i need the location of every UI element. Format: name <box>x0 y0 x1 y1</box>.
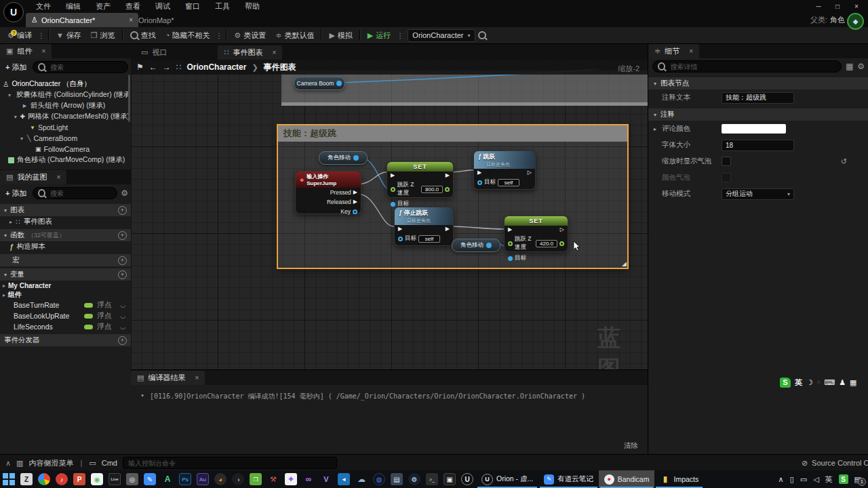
moon-icon[interactable]: ☽ <box>806 378 813 387</box>
taskbar-icon-axe[interactable]: ⚒ <box>264 470 282 488</box>
exec-in-pin[interactable]: ▶ <box>398 226 402 232</box>
taskbar-icon-unreal[interactable]: U <box>458 470 476 488</box>
profile-icon[interactable]: ♟ <box>839 378 846 387</box>
close-icon[interactable]: × <box>56 174 60 181</box>
hide-unrelated-button[interactable]: ◔ 隐藏不相关 <box>161 27 215 43</box>
comment-text-input[interactable] <box>722 92 794 104</box>
target-pin[interactable] <box>508 256 513 261</box>
menu-file[interactable]: 文件 <box>28 0 58 12</box>
font-size-input[interactable] <box>722 140 794 151</box>
section-variables[interactable]: ▾ 变量 + <box>0 268 131 281</box>
taskbar-icon-wechat[interactable]: ◉ <box>88 470 106 488</box>
clear-button[interactable]: 清除 <box>624 441 638 451</box>
tray-expand-icon[interactable]: ∧ <box>778 475 784 484</box>
node-input-superjump[interactable]: ◆ 输入操作 SuperJump Pressed▶ Released▶ Key <box>295 171 361 214</box>
add-blueprint-item-button[interactable]: +添加 <box>3 188 29 199</box>
taskbar-icon-notes-blue[interactable]: ✎ <box>141 470 159 488</box>
sogou-logo-icon[interactable]: S <box>780 378 791 388</box>
taskbar-icon-live[interactable]: Live <box>106 470 123 488</box>
keyboard-icon[interactable]: ⌨ <box>824 378 835 387</box>
close-icon[interactable]: × <box>272 49 276 56</box>
tree-item-arrow[interactable]: ► 箭头组件 (Arrow) (继承) <box>3 100 130 111</box>
add-graph-icon[interactable]: + <box>118 206 127 215</box>
exec-out-pin[interactable]: ▶ <box>446 173 450 178</box>
display-filter-icon[interactable]: ▦ <box>846 62 853 71</box>
details-search-input[interactable] <box>669 62 836 71</box>
display-icon[interactable]: ▭ <box>800 475 807 484</box>
exec-pin[interactable]: ▶ <box>353 199 357 205</box>
back-icon[interactable]: ← <box>149 62 157 72</box>
save-button[interactable]: ▼ 保存 <box>52 27 86 43</box>
source-control-status[interactable]: ⊘ Source Control Off <box>802 459 868 468</box>
exec-out-pin[interactable]: ▶ <box>446 226 450 232</box>
tree-item-mesh[interactable]: ▾ ✚ 网格体 (CharacterMesh0) (继承) <box>3 111 130 122</box>
add-function-icon[interactable]: + <box>118 231 127 240</box>
eye-closed-icon[interactable]: ◡ <box>120 312 125 319</box>
float-pin[interactable] <box>391 187 395 192</box>
node-stop-jumping[interactable]: ƒ 停止跳跃 目标是角色 ▶ ▶ 目标self <box>394 207 454 246</box>
volume-icon[interactable]: ◁ <box>813 475 818 484</box>
usb-device-icon[interactable]: ▯ <box>790 475 794 484</box>
chevron-down-icon[interactable]: ▾ <box>19 136 24 142</box>
chevron-right-icon[interactable]: ▸ <box>3 292 5 298</box>
taskbar-app-youdao[interactable]: ✎ 有道云笔记 <box>538 470 599 488</box>
event-graph-canvas[interactable]: Camera Boom 技能：超级跳 ◢ 角色移动 ◆ 输入操作 SuperJu… <box>131 60 648 369</box>
run-button[interactable]: ▶ 运行 <box>363 27 395 43</box>
float-pin[interactable] <box>508 241 513 246</box>
close-icon[interactable]: × <box>195 374 199 382</box>
maximize-button[interactable]: □ <box>830 3 845 10</box>
content-drawer-label[interactable]: 内容侧滑菜单 <box>28 458 73 468</box>
debug-search-icon[interactable] <box>478 31 486 39</box>
variable-baseturnrate[interactable]: BaseTurnRate 浮点 ◡ <box>0 300 131 310</box>
exec-in-pin[interactable]: ▶ <box>508 227 512 232</box>
output-pin[interactable] <box>486 243 492 248</box>
category-components[interactable]: ▸ 组件 <box>0 290 131 300</box>
tree-item-charmove[interactable]: 角色移动 (CharMoveComp) (继承) <box>3 155 130 165</box>
move-mode-dropdown[interactable]: 分组运动 ▾ <box>722 188 794 200</box>
section-functions[interactable]: ▾ 函数 （32可覆盖） + <box>0 229 131 241</box>
tab-details[interactable]: ≑ 细节 × <box>648 44 699 58</box>
menu-edit[interactable]: 编辑 <box>58 0 88 12</box>
tab-viewport[interactable]: ▭ 视口 <box>135 45 173 60</box>
chevron-down-icon[interactable]: ▾ <box>8 92 11 98</box>
blueprint-search[interactable] <box>33 187 117 199</box>
close-icon[interactable]: × <box>689 47 693 55</box>
float-out-pin[interactable] <box>445 187 450 192</box>
add-variable-icon[interactable]: + <box>118 270 127 279</box>
taskbar-icon-sphere[interactable]: ◑ <box>229 470 247 488</box>
taskbar-icon-purple-plus[interactable]: ✚ <box>282 470 300 488</box>
variable-node-charmove-2[interactable]: 角色移动 <box>452 239 500 252</box>
scrollbar[interactable] <box>128 75 130 122</box>
section-event-dispatchers[interactable]: 事件分发器 + <box>0 334 131 346</box>
item-event-graph[interactable]: ▸ ∷ 事件图表 <box>0 216 131 227</box>
exec-in-pin[interactable]: ▶ <box>391 173 395 178</box>
taskbar-icon-green-notes[interactable]: ❒ <box>247 470 264 488</box>
menu-asset[interactable]: 资产 <box>88 0 118 12</box>
sogou-tray-icon[interactable]: S <box>839 474 848 484</box>
target-pin[interactable] <box>398 237 403 241</box>
components-search[interactable] <box>33 61 128 73</box>
breadcrumb-root[interactable]: OrionCharacter <box>186 62 246 72</box>
settings-gear-icon[interactable]: ⚙ <box>857 62 865 71</box>
menu-debug[interactable]: 调试 <box>148 0 178 12</box>
browse-button[interactable]: ❒ 浏览 <box>86 27 120 43</box>
find-button[interactable]: 查找 <box>125 27 161 43</box>
taskbar-icon-a-app[interactable]: A <box>159 470 176 488</box>
ime-language-indicator[interactable]: 英 <box>795 378 802 388</box>
variable-baselookuprate[interactable]: BaseLookUpRate 浮点 ◡ <box>0 310 131 321</box>
target-pin[interactable] <box>391 202 395 207</box>
show-bubble-checkbox[interactable] <box>722 157 731 166</box>
add-macro-icon[interactable]: + <box>118 256 127 265</box>
taskbar-icon-epic-games[interactable]: ▣ <box>441 470 458 488</box>
blueprint-search-input[interactable] <box>49 189 112 198</box>
tab-orioncharacter[interactable]: ♙ OrionCharacter* × <box>26 13 138 27</box>
console-command-input[interactable] <box>123 457 337 469</box>
compile-button[interactable]: ⚙? 编译 <box>3 27 37 43</box>
menu-window[interactable]: 窗口 <box>178 0 208 12</box>
key-pin[interactable] <box>353 209 357 214</box>
taskbar-app-impacts[interactable]: ▮ Impacts <box>654 470 704 488</box>
node-jump[interactable]: ƒ 跳跃 目标是角色 ▶ ▷ 目标self <box>473 150 536 190</box>
taskbar-icon-chrome[interactable] <box>35 470 53 488</box>
exec-pin[interactable]: ▶ <box>353 190 357 195</box>
components-search-input[interactable] <box>49 63 123 72</box>
